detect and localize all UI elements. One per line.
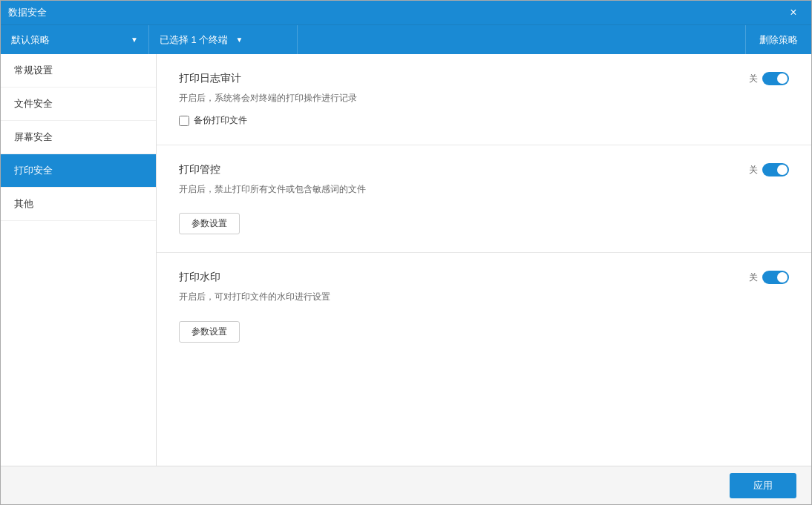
print-log-checkbox-row: 备份打印文件 — [179, 114, 789, 127]
section-print-log-header: 打印日志审计 关 — [179, 72, 789, 85]
toolbar: 默认策略 ▼ 已选择 1 个终端 ▼ 删除策略 — [1, 24, 811, 54]
section-print-control: 打印管控 关 开启后，禁止打印所有文件或包含敏感词的文件 参数设置 — [157, 145, 811, 253]
print-control-toggle-label: 关 — [749, 164, 758, 176]
delete-policy-button[interactable]: 删除策略 — [745, 25, 811, 54]
terminal-dropdown-arrow: ▼ — [235, 36, 243, 44]
print-log-toggle-wrap: 关 — [749, 72, 789, 85]
terminal-dropdown-label: 已选择 1 个终端 — [160, 33, 228, 47]
section-print-log: 打印日志审计 关 开启后，系统将会对终端的打印操作进行记录 备份打印文件 — [157, 54, 811, 145]
policy-dropdown-arrow: ▼ — [131, 36, 138, 44]
backup-print-label: 备份打印文件 — [194, 114, 247, 127]
apply-button[interactable]: 应用 — [730, 473, 796, 498]
section-print-watermark-header: 打印水印 关 — [179, 271, 789, 284]
sidebar-label-general: 常规设置 — [14, 64, 53, 77]
content-area: 打印日志审计 关 开启后，系统将会对终端的打印操作进行记录 备份打印文件 — [157, 54, 811, 466]
print-log-toggle-thumb — [777, 73, 788, 84]
print-watermark-toggle-label: 关 — [749, 271, 758, 284]
footer: 应用 — [1, 466, 811, 504]
window-title: 数据安全 — [8, 6, 783, 19]
print-watermark-toggle-wrap: 关 — [749, 271, 789, 284]
sidebar-label-file: 文件安全 — [14, 97, 53, 110]
print-control-toggle-wrap: 关 — [749, 163, 789, 176]
sidebar-label-other: 其他 — [14, 197, 33, 211]
backup-print-checkbox[interactable] — [179, 116, 189, 126]
print-control-title: 打印管控 — [179, 163, 220, 176]
print-log-toggle-label: 关 — [749, 73, 758, 85]
sidebar-label-screen: 屏幕安全 — [14, 131, 53, 144]
main-area: 常规设置 文件安全 屏幕安全 打印安全 其他 打印日志审计 关 — [1, 54, 811, 466]
close-button[interactable]: × — [783, 2, 804, 23]
print-control-params-button[interactable]: 参数设置 — [179, 213, 240, 234]
print-control-toggle[interactable] — [762, 163, 789, 176]
print-log-desc: 开启后，系统将会对终端的打印操作进行记录 — [179, 91, 789, 105]
sidebar-item-other[interactable]: 其他 — [1, 188, 156, 221]
print-watermark-toggle[interactable] — [762, 271, 789, 284]
print-log-toggle[interactable] — [762, 72, 789, 85]
print-watermark-title: 打印水印 — [179, 271, 220, 284]
sidebar-item-screen[interactable]: 屏幕安全 — [1, 121, 156, 154]
sidebar-item-print[interactable]: 打印安全 — [1, 154, 156, 188]
title-bar: 数据安全 × — [1, 1, 811, 24]
sidebar: 常规设置 文件安全 屏幕安全 打印安全 其他 — [1, 54, 157, 466]
print-log-title: 打印日志审计 — [179, 72, 241, 85]
sidebar-item-general[interactable]: 常规设置 — [1, 54, 156, 88]
policy-dropdown-label: 默认策略 — [11, 33, 50, 47]
section-print-control-header: 打印管控 关 — [179, 163, 789, 176]
print-control-desc: 开启后，禁止打印所有文件或包含敏感词的文件 — [179, 182, 789, 197]
print-watermark-desc: 开启后，可对打印文件的水印进行设置 — [179, 290, 789, 304]
policy-dropdown[interactable]: 默认策略 ▼ — [1, 25, 149, 54]
print-watermark-params-button[interactable]: 参数设置 — [179, 321, 240, 343]
sidebar-label-print: 打印安全 — [14, 164, 53, 177]
sidebar-item-file[interactable]: 文件安全 — [1, 88, 156, 121]
main-window: 数据安全 × 默认策略 ▼ 已选择 1 个终端 ▼ 删除策略 常规设置 文件安全… — [0, 0, 812, 505]
terminal-dropdown[interactable]: 已选择 1 个终端 ▼ — [149, 25, 298, 54]
section-print-watermark: 打印水印 关 开启后，可对打印文件的水印进行设置 参数设置 — [157, 253, 811, 360]
